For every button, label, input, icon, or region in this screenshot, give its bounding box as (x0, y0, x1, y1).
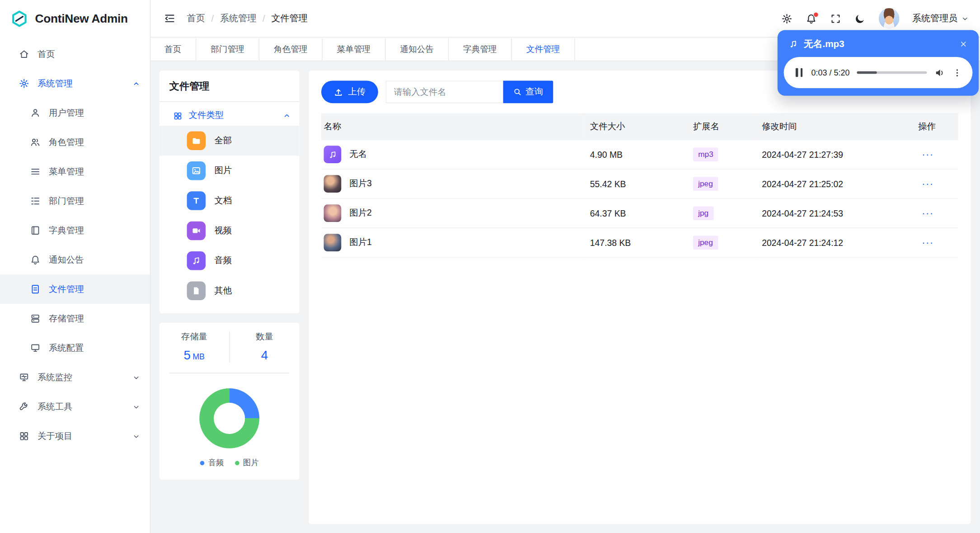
sidebar-item-department-management[interactable]: 部门管理 (0, 186, 150, 216)
seek-slider[interactable] (857, 71, 927, 74)
dark-mode-button[interactable] (854, 13, 865, 24)
chevron-up-icon (132, 80, 140, 87)
music-note-icon (789, 39, 798, 49)
count-label: 数量 (230, 331, 299, 343)
volume-button[interactable] (934, 67, 945, 78)
search-input[interactable] (385, 80, 503, 103)
file-type-label: 全部 (214, 135, 232, 146)
file-table: 名称 文件大小 扩展名 修改时间 操作 无名 (321, 113, 958, 258)
more-options-button[interactable] (952, 68, 962, 77)
sidebar-item-label: 系统管理 (38, 78, 72, 89)
file-page-icon (187, 281, 206, 300)
sidebar-item-file-management[interactable]: 文件管理 (0, 274, 150, 304)
document-icon (187, 191, 206, 210)
folder-icon (187, 131, 206, 150)
settings-button[interactable] (781, 13, 792, 24)
tree-title: 文件类型 (189, 110, 224, 121)
column-header-name: 名称 (321, 113, 585, 140)
notifications-button[interactable] (805, 13, 816, 24)
row-actions-button[interactable]: ··· (918, 236, 938, 250)
sidebar-item-label: 文件管理 (49, 283, 84, 295)
sidebar-item-system-tools[interactable]: 系统工具 (0, 392, 150, 421)
file-type-audio[interactable]: 音频 (159, 246, 300, 276)
search-button[interactable]: 查询 (503, 80, 553, 103)
sidebar-item-label: 通知公告 (49, 254, 84, 265)
sidebar-item-storage-management[interactable]: 存储管理 (0, 304, 150, 333)
file-type-other[interactable]: 其他 (159, 276, 300, 306)
sidebar-item-label: 存储管理 (49, 313, 84, 324)
grid-icon (173, 111, 183, 121)
count-value: 4 (230, 348, 299, 363)
sidebar-item-home[interactable]: 首页 (0, 39, 150, 69)
row-actions-button[interactable]: ··· (918, 206, 938, 220)
storage-value: 5MB (159, 348, 229, 363)
audio-player-header: 无名.mp3 (784, 35, 973, 57)
file-type-image[interactable]: 图片 (159, 156, 300, 185)
file-type-tree-node[interactable]: 文件类型 (159, 102, 300, 126)
row-actions-button[interactable]: ··· (918, 147, 938, 161)
tab-notice[interactable]: 通知公告 (385, 38, 449, 61)
tab-department[interactable]: 部门管理 (196, 38, 259, 61)
moon-icon (854, 13, 865, 24)
column-header-ext: 扩展名 (688, 113, 757, 140)
chevron-down-icon (961, 15, 969, 23)
file-type-label: 文档 (214, 195, 232, 207)
chevron-down-icon (132, 433, 140, 440)
storage-stat: 存储量 5MB (159, 331, 229, 363)
sidebar-item-system-config[interactable]: 系统配置 (0, 333, 150, 363)
fullscreen-button[interactable] (830, 13, 841, 24)
file-type-document[interactable]: 文档 (159, 186, 300, 216)
breadcrumb: 首页 / 系统管理 / 文件管理 (187, 13, 308, 24)
sidebar-item-menu-management[interactable]: 菜单管理 (0, 157, 150, 186)
org-list-icon (30, 196, 41, 207)
sidebar-item-about-project[interactable]: 关于项目 (0, 421, 150, 451)
file-size: 64.37 KB (585, 198, 688, 228)
tab-file-management[interactable]: 文件管理 (512, 38, 575, 61)
sidebar-item-label: 系统配置 (49, 342, 84, 354)
video-icon (187, 222, 206, 240)
pause-button[interactable] (794, 67, 804, 78)
sidebar-item-notice[interactable]: 通知公告 (0, 245, 150, 274)
tab-role[interactable]: 角色管理 (259, 38, 323, 61)
legend-item-audio: 音频 (200, 458, 224, 469)
count-stat: 数量 4 (230, 331, 299, 363)
sidebar-item-dict-management[interactable]: 字典管理 (0, 216, 150, 245)
upload-label: 上传 (348, 86, 366, 98)
tab-dict[interactable]: 字典管理 (449, 38, 512, 61)
ext-tag: jpeg (693, 177, 718, 191)
file-type-video[interactable]: 视频 (159, 216, 300, 245)
user-icon (30, 108, 41, 118)
sidebar-menu: 首页 系统管理 用户管理 (0, 38, 150, 451)
file-type-label: 视频 (214, 225, 232, 236)
tab-home[interactable]: 首页 (150, 38, 196, 61)
storage-label: 存储量 (159, 331, 229, 343)
sidebar-collapse-button[interactable] (161, 10, 178, 27)
upload-button[interactable]: 上传 (321, 80, 378, 103)
sidebar-item-label: 系统监控 (38, 372, 72, 383)
table-row: 图片2 64.37 KB jpg 2024-04-27 21:24:53 ··· (321, 198, 958, 228)
gear-icon (19, 78, 29, 89)
close-button[interactable] (958, 39, 969, 50)
ext-tag: mp3 (693, 147, 718, 161)
legend-label: 图片 (243, 458, 259, 469)
row-actions-button[interactable]: ··· (918, 177, 938, 190)
file-modified-time: 2024-04-27 21:27:39 (757, 140, 913, 169)
tab-menu[interactable]: 菜单管理 (323, 38, 386, 61)
player-progress-fill (857, 71, 877, 74)
chevron-down-icon (132, 374, 140, 382)
sidebar-item-system-monitor[interactable]: 系统监控 (0, 363, 150, 392)
panel-title: 文件管理 (159, 71, 300, 101)
sidebar-item-label: 系统工具 (38, 401, 72, 412)
app-title: ContiNew Admin (35, 12, 127, 25)
breadcrumb-system-management[interactable]: 系统管理 (220, 13, 256, 24)
sidebar-item-user-management[interactable]: 用户管理 (0, 98, 150, 127)
file-type-label: 其他 (214, 285, 232, 297)
file-size: 147.38 KB (585, 228, 688, 257)
file-type-all[interactable]: 全部 (159, 126, 300, 156)
user-menu[interactable]: 系统管理员 (912, 13, 969, 24)
table-row: 无名 4.90 MB mp3 2024-04-27 21:27:39 ··· (321, 140, 958, 169)
sidebar-item-role-management[interactable]: 角色管理 (0, 127, 150, 157)
user-avatar[interactable] (878, 8, 899, 29)
breadcrumb-home[interactable]: 首页 (187, 13, 205, 24)
sidebar-item-system-management[interactable]: 系统管理 (0, 69, 150, 98)
